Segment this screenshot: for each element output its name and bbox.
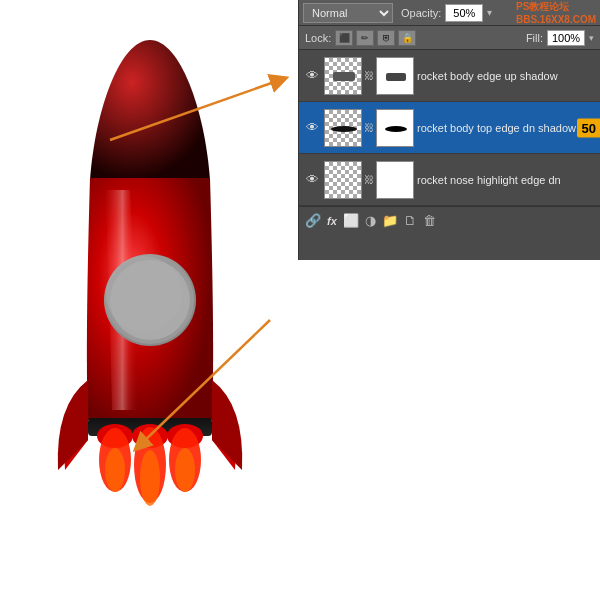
layer-visibility-toggle[interactable]: 👁	[303, 119, 321, 137]
layer-content-thumb	[324, 57, 362, 95]
badge-50: 50	[577, 118, 600, 137]
layer-row[interactable]: 👁 ⛓ rocket nose highlight edge dn	[299, 154, 600, 206]
layer-mask-thumb	[376, 57, 414, 95]
rocket-canvas	[0, 0, 300, 600]
delete-icon[interactable]: 🗑	[423, 213, 436, 228]
lock-label: Lock:	[305, 32, 331, 44]
link-icon[interactable]: 🔗	[305, 213, 321, 228]
layer-mask-thumb	[376, 161, 414, 199]
layer-visibility-toggle[interactable]: 👁	[303, 171, 321, 189]
fill-input[interactable]	[547, 30, 585, 46]
layer-thumbnail-group: ⛓	[324, 57, 414, 95]
opacity-dropdown-icon[interactable]: ▾	[487, 7, 492, 18]
lock-position-icon[interactable]: ✏	[356, 30, 374, 46]
watermark-text: PS教程论坛BBS.16XX8.COM	[516, 0, 596, 25]
new-layer-icon[interactable]: 🗋	[404, 213, 417, 228]
layer-content-thumb	[324, 109, 362, 147]
svg-point-12	[140, 450, 160, 506]
lock-all-icon[interactable]: 🔒	[398, 30, 416, 46]
panel-toolbar: Normal Opacity: ▾ PS教程论坛BBS.16XX8.COM	[299, 0, 600, 26]
layer-name-text: rocket nose highlight edge dn	[417, 174, 596, 186]
chain-link-icon: ⛓	[363, 70, 375, 81]
lock-icons-group: ⬛ ✏ ⛨ 🔒	[335, 30, 416, 46]
mask-icon[interactable]: ⬜	[343, 213, 359, 228]
svg-point-13	[175, 448, 195, 492]
layer-row[interactable]: 👁 ⛓ rocket body edge up shadow	[299, 50, 600, 102]
layer-row[interactable]: 👁 ⛓ rocket body top edge dn shadow 50	[299, 102, 600, 154]
blend-mode-select[interactable]: Normal	[303, 3, 393, 23]
panel-bottom-bar: 🔗 fx ⬜ ◑ 📁 🗋 🗑	[299, 206, 600, 234]
fill-dropdown-icon[interactable]: ▾	[589, 33, 594, 43]
svg-point-11	[105, 448, 125, 492]
fx-icon[interactable]: fx	[327, 215, 337, 227]
layer-mask-thumb	[376, 109, 414, 147]
chain-link-icon: ⛓	[363, 174, 375, 185]
layer-name-text: rocket body top edge dn shadow	[417, 122, 596, 134]
opacity-input[interactable]	[445, 4, 483, 22]
fill-label: Fill:	[526, 32, 543, 44]
layer-name-text: rocket body edge up shadow	[417, 70, 596, 82]
rocket-illustration	[50, 30, 250, 600]
layer-thumbnail-group: ⛓	[324, 109, 414, 147]
chain-link-icon: ⛓	[363, 122, 375, 133]
layer-thumbnail-group: ⛓	[324, 161, 414, 199]
layer-visibility-toggle[interactable]: 👁	[303, 67, 321, 85]
lock-move-icon[interactable]: ⛨	[377, 30, 395, 46]
layer-content-thumb	[324, 161, 362, 199]
lock-pixels-icon[interactable]: ⬛	[335, 30, 353, 46]
layers-panel: Normal Opacity: ▾ PS教程论坛BBS.16XX8.COM Lo…	[298, 0, 600, 260]
adjustment-icon[interactable]: ◑	[365, 213, 376, 228]
svg-point-3	[106, 256, 182, 332]
opacity-label: Opacity:	[401, 7, 441, 19]
panel-lock-row: Lock: ⬛ ✏ ⛨ 🔒 Fill: ▾	[299, 26, 600, 50]
group-icon[interactable]: 📁	[382, 213, 398, 228]
